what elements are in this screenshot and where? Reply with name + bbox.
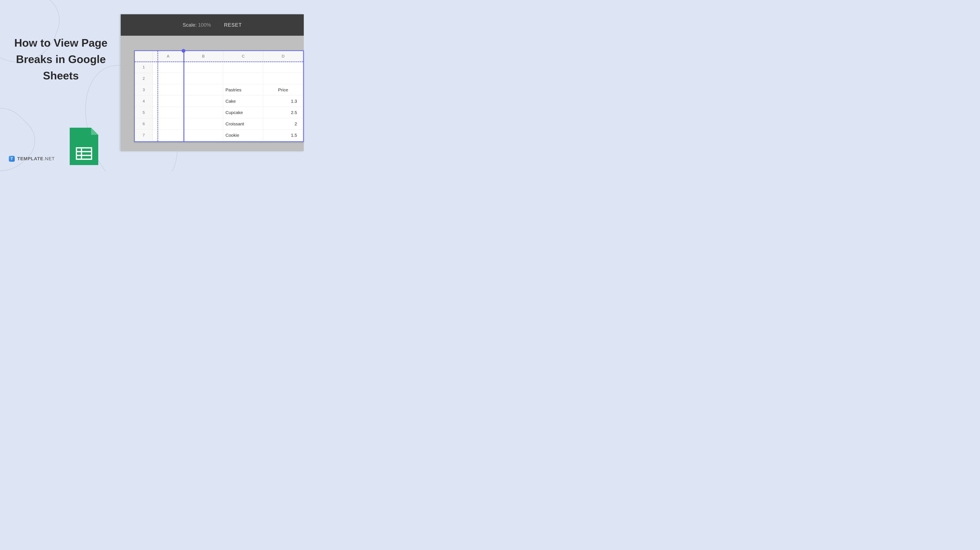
cell-b5 [183,107,223,118]
screenshot-preview: Scale: 100% RESET A B C D 1 2 3 Pastries [121,14,304,151]
cell-c4: Cake [223,96,263,107]
cell-b7 [183,129,223,141]
cell-d3: Price [263,84,303,96]
template-logo-icon: T [9,156,15,162]
brand-suffix: .NET [43,156,55,161]
row-header-4: 4 [135,96,153,107]
page-title: How to View Page Breaks in Google Sheets [11,35,110,84]
cell-b3 [183,84,223,96]
page-break-horizontal[interactable] [135,62,303,62]
cell-d2 [263,73,303,84]
cell-c5: Cupcake [223,107,263,118]
page-break-vertical-solid[interactable] [183,51,185,141]
row-header-7: 7 [135,129,153,141]
reset-button[interactable]: RESET [224,22,242,28]
row-header-6: 6 [135,118,153,129]
corner-cell [135,51,153,62]
cell-d6: 2 [263,118,303,129]
template-logo: T TEMPLATE.NET [9,156,55,162]
cell-c2 [223,73,263,84]
brand-name: TEMPLATE [17,156,43,161]
cell-b4 [183,96,223,107]
cell-c7: Cookie [223,129,263,141]
print-toolbar: Scale: 100% RESET [121,14,304,36]
page-break-handle[interactable] [181,49,185,53]
scale-indicator: Scale: 100% [183,22,211,28]
col-header-c: C [223,51,263,62]
scale-label: Scale: [183,22,197,28]
cell-d7: 1.5 [263,129,303,141]
cell-c6: Croissant [223,118,263,129]
google-sheets-icon [70,128,98,165]
template-logo-text: TEMPLATE.NET [17,156,55,161]
row-header-3: 3 [135,84,153,96]
spreadsheet-preview: A B C D 1 2 3 Pastries Price 4 Cake 1.3 [134,50,304,142]
row-header-1: 1 [135,62,153,73]
cell-d1 [263,62,303,73]
cell-b6 [183,118,223,129]
col-header-d: D [263,51,303,62]
page-break-vertical-dashed[interactable] [158,51,158,141]
cell-d5: 2.5 [263,107,303,118]
cell-b1 [183,62,223,73]
cell-d4: 1.3 [263,96,303,107]
page-break-horizontal[interactable] [135,141,303,142]
cell-c3: Pastries [223,84,263,96]
cell-c1 [223,62,263,73]
cell-b2 [183,73,223,84]
row-header-5: 5 [135,107,153,118]
scale-value: 100% [198,22,211,28]
row-header-2: 2 [135,73,153,84]
col-header-b: B [183,51,223,62]
